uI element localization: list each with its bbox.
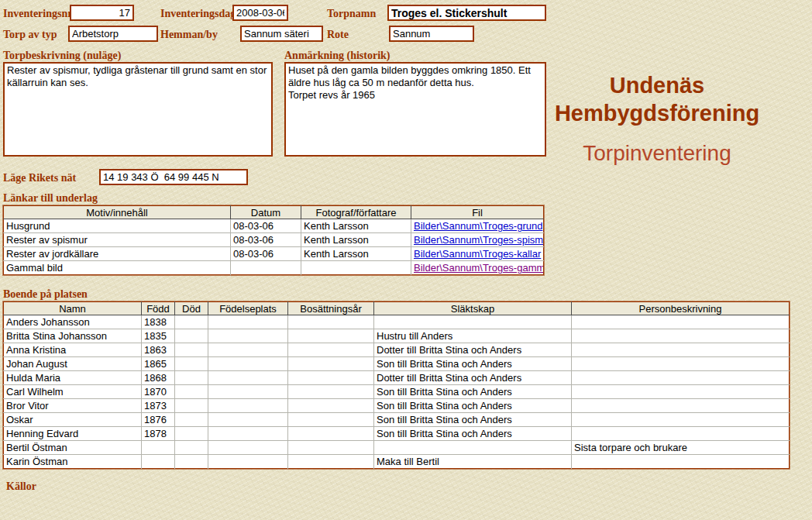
- table-cell: Bilder\Sannum\Troges-spism: [411, 233, 544, 247]
- residents-table-header-row: NamnFöddDödFödelseplatsBosättningsårSläk…: [4, 302, 790, 315]
- file-link[interactable]: Bilder\Sannum\Troges-grund: [414, 220, 542, 232]
- table-cell: Son till Britta Stina och Anders: [374, 357, 572, 371]
- table-cell: [288, 371, 374, 385]
- anmarkning-textarea[interactable]: Huset på den gamla bilden byggdes omkrin…: [284, 62, 546, 157]
- table-row: Rester av jordkällare08-03-06Kenth Larss…: [4, 247, 544, 261]
- column-header: Fil: [411, 206, 544, 219]
- links-table-body: Husgrund08-03-06Kenth LarssonBilder\Sann…: [4, 219, 544, 275]
- file-link[interactable]: Bilder\Sannum\Troges-kallar: [414, 248, 541, 260]
- lage-rikets-nat-input[interactable]: [99, 169, 248, 185]
- table-cell: Gammal bild: [4, 261, 231, 275]
- organization-title-line2: Hembygdsförening: [541, 99, 773, 127]
- table-cell: [175, 315, 208, 329]
- table-cell: [175, 455, 208, 469]
- organization-title: Undenäs Hembygdsförening: [541, 71, 773, 127]
- table-cell: [175, 413, 208, 427]
- table-cell: [208, 315, 288, 329]
- table-cell: [175, 357, 208, 371]
- table-cell: [572, 455, 790, 469]
- column-header: Personbeskrivning: [572, 302, 790, 315]
- table-cell: [208, 399, 288, 413]
- table-cell: 1868: [142, 371, 175, 385]
- table-cell: [175, 441, 208, 455]
- table-cell: [208, 329, 288, 343]
- table-cell: [572, 357, 790, 371]
- table-cell: Son till Britta Stina och Anders: [374, 399, 572, 413]
- table-cell: [142, 441, 175, 455]
- file-link[interactable]: Bilder\Sannum\Troges-spism: [414, 234, 543, 246]
- table-cell: Anders Johansson: [4, 315, 142, 329]
- table-cell: 1870: [142, 385, 175, 399]
- table-cell: Kenth Larsson: [301, 233, 411, 247]
- table-cell: Hustru till Anders: [374, 329, 572, 343]
- table-row: Bertil ÖstmanSista torpare och brukare: [4, 441, 790, 455]
- table-cell: Bertil Östman: [4, 441, 142, 455]
- table-cell: [572, 315, 790, 329]
- table-cell: [288, 399, 374, 413]
- table-row: Johan August1865Son till Britta Stina oc…: [4, 357, 790, 371]
- table-cell: Bror Vitor: [4, 399, 142, 413]
- table-cell: [208, 357, 288, 371]
- table-row: Anders Johansson1838: [4, 315, 790, 329]
- inventeringsnr-label: Inventeringsnr: [3, 8, 72, 20]
- inventeringsdag-input[interactable]: [232, 5, 288, 21]
- torpnamn-input[interactable]: [387, 5, 546, 21]
- table-cell: [572, 413, 790, 427]
- inventeringsnr-input[interactable]: [70, 5, 134, 21]
- table-cell: Karin Östman: [4, 455, 142, 469]
- residents-table-body: Anders Johansson1838Britta Stina Johanss…: [4, 315, 790, 469]
- table-cell: 1838: [142, 315, 175, 329]
- table-cell: [572, 385, 790, 399]
- table-row: Hulda Maria1868Dotter till Britta Stina …: [4, 371, 790, 385]
- table-cell: [288, 413, 374, 427]
- inventeringsdag-label: Inventeringsdag: [160, 8, 236, 20]
- table-cell: 1865: [142, 357, 175, 371]
- table-cell: 1873: [142, 399, 175, 413]
- table-cell: Hulda Maria: [4, 371, 142, 385]
- table-cell: [175, 385, 208, 399]
- table-cell: [288, 315, 374, 329]
- table-cell: Anna Kristina: [4, 343, 142, 357]
- table-cell: Bilder\Sannum\Troges-kallar: [411, 247, 544, 261]
- table-cell: [288, 441, 374, 455]
- torp-av-typ-input[interactable]: [68, 26, 158, 42]
- table-cell: [208, 427, 288, 441]
- table-row: Anna Kristina1863Dotter till Britta Stin…: [4, 343, 790, 357]
- torpbeskrivning-textarea[interactable]: Rester av spismur, tydliga gråstenar til…: [3, 62, 273, 157]
- hemman-by-input[interactable]: [240, 26, 323, 42]
- table-cell: 1863: [142, 343, 175, 357]
- table-cell: [572, 329, 790, 343]
- hemman-by-label: Hemman/by: [160, 29, 218, 41]
- table-cell: [288, 455, 374, 469]
- table-cell: 1876: [142, 413, 175, 427]
- table-cell: Son till Britta Stina och Anders: [374, 413, 572, 427]
- rote-input[interactable]: [389, 26, 474, 42]
- column-header: Fotograf/författare: [301, 206, 411, 219]
- column-header: Död: [175, 302, 208, 315]
- table-cell: [175, 399, 208, 413]
- table-cell: 08-03-06: [231, 247, 301, 261]
- links-section-title: Länkar till underlag: [3, 192, 98, 205]
- table-cell: Dotter till Britta Stina och Anders: [374, 371, 572, 385]
- links-table-header-row: Motiv/innehållDatumFotograf/författareFi…: [4, 206, 544, 219]
- table-cell: [374, 441, 572, 455]
- file-link[interactable]: Bilder\Sannum\Troges-gamm: [414, 262, 544, 274]
- table-cell: [288, 357, 374, 371]
- table-cell: Rester av jordkällare: [4, 247, 231, 261]
- table-cell: Dotter till Britta Stina och Anders: [374, 343, 572, 357]
- table-cell: Kenth Larsson: [301, 219, 411, 233]
- table-cell: [572, 343, 790, 357]
- table-cell: Oskar: [4, 413, 142, 427]
- table-cell: [572, 399, 790, 413]
- table-row: Carl Wilhelm1870Son till Britta Stina oc…: [4, 385, 790, 399]
- table-cell: Bilder\Sannum\Troges-grund: [411, 219, 544, 233]
- table-cell: Husgrund: [4, 219, 231, 233]
- table-cell: [175, 329, 208, 343]
- table-cell: [208, 441, 288, 455]
- table-row: Husgrund08-03-06Kenth LarssonBilder\Sann…: [4, 219, 544, 233]
- table-cell: 08-03-06: [231, 233, 301, 247]
- table-cell: Maka till Bertil: [374, 455, 572, 469]
- table-cell: 08-03-06: [231, 219, 301, 233]
- table-cell: [175, 371, 208, 385]
- table-cell: Britta Stina Johansson: [4, 329, 142, 343]
